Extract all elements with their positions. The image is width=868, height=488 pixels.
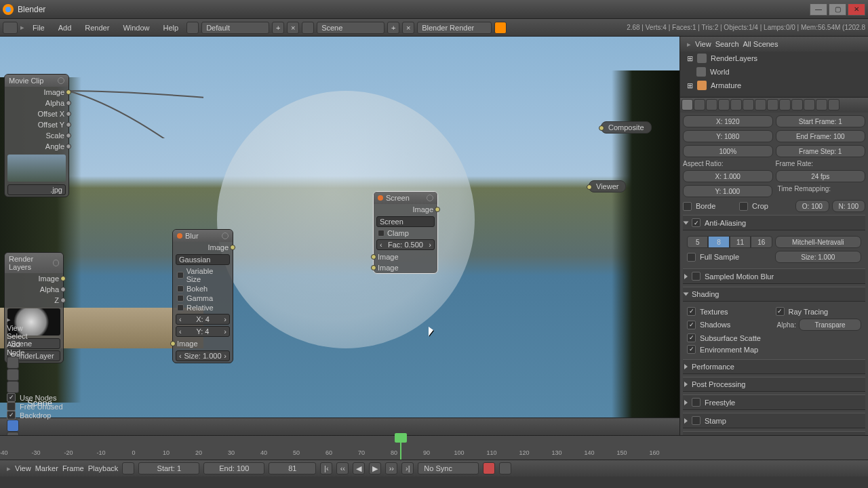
outliner-view[interactable]: View (695, 40, 711, 48)
output-socket[interactable] (435, 207, 440, 212)
blend-mode-dropdown[interactable]: Screen (376, 216, 435, 227)
shading-panel[interactable]: Shading (683, 287, 865, 302)
clamp-checkbox[interactable]: Clamp (374, 228, 437, 238)
object-tab-icon[interactable] (730, 99, 742, 110)
play-icon[interactable]: ▶ (369, 462, 381, 474)
output-socket[interactable] (60, 287, 66, 292)
record-icon[interactable] (483, 462, 495, 474)
render-tab-icon[interactable] (682, 99, 693, 110)
node-viewer[interactable]: Viewer (589, 180, 626, 192)
menu-add[interactable]: Add (53, 24, 77, 32)
node-blur[interactable]: Blur Image Gaussian Variable Size Bokeh … (172, 229, 233, 363)
timeline-ruler[interactable]: -40-30-20-100102030405060708090100110120… (0, 436, 868, 460)
input-socket[interactable] (371, 254, 376, 260)
current-frame-field[interactable]: 81 (269, 462, 316, 474)
stamp-panel[interactable]: Stamp (683, 413, 865, 428)
aa-size-field[interactable]: Size: 1.000 (775, 251, 862, 263)
input-socket[interactable] (170, 341, 176, 346)
modifiers-tab-icon[interactable] (755, 99, 766, 110)
output-socket[interactable] (66, 111, 71, 117)
material-tab-icon[interactable] (791, 99, 803, 110)
menu-node[interactable]: Node (7, 348, 63, 357)
outliner-item[interactable]: ⊞RenderLayers (680, 52, 868, 65)
backdrop-checkbox[interactable]: Backdrop (7, 411, 63, 420)
full-sample-checkbox[interactable]: Full Sample (687, 251, 772, 263)
constraints-tab-icon[interactable] (743, 99, 754, 110)
keying-set-icon[interactable] (499, 462, 511, 474)
free-unused-checkbox[interactable]: Free Unused (7, 402, 63, 411)
menu-select[interactable]: Select (7, 332, 63, 340)
aa-16-button[interactable]: 16 (751, 236, 772, 248)
texture-tab-icon[interactable] (804, 99, 815, 110)
aa-11-button[interactable]: 11 (730, 236, 751, 248)
material-tree-icon[interactable] (7, 357, 19, 369)
performance-panel[interactable]: Performance (683, 359, 865, 374)
shadows-checkbox[interactable]: Shadows (687, 319, 774, 331)
world-tab-icon[interactable] (718, 99, 730, 110)
clip-format-field[interactable]: .jpg (7, 184, 66, 195)
output-socket[interactable] (66, 144, 71, 149)
motion-blur-panel[interactable]: Sampled Motion Blur (683, 268, 865, 284)
blur-x-field[interactable]: ‹X: 4› (176, 314, 230, 325)
output-socket[interactable] (230, 245, 235, 250)
aa-filter-dropdown[interactable]: Mitchell-Netravali (775, 236, 862, 248)
texture-tree-icon[interactable] (7, 381, 19, 393)
input-socket[interactable] (599, 125, 604, 131)
start-frame-field[interactable]: Start Frame: 1 (776, 115, 866, 127)
output-socket[interactable] (60, 276, 66, 281)
menu-view[interactable]: View (15, 464, 31, 472)
data-tab-icon[interactable] (767, 99, 778, 110)
play-reverse-icon[interactable]: ◀ (353, 462, 365, 474)
alpha-mode-dropdown[interactable]: Transpare (799, 319, 861, 331)
collapse-icon[interactable] (427, 195, 433, 201)
physics-tab-icon[interactable] (828, 99, 840, 110)
particles-tab-icon[interactable] (816, 99, 827, 110)
add-scene-button[interactable]: + (387, 22, 399, 34)
output-socket[interactable] (60, 298, 66, 303)
menu-playback[interactable]: Playback (88, 464, 119, 472)
menu-marker[interactable]: Marker (35, 464, 58, 472)
menu-add[interactable]: Add (7, 340, 63, 348)
subsurface-checkbox[interactable]: Subsurface Scatte (687, 333, 861, 342)
post-processing-panel[interactable]: Post Processing (683, 377, 865, 392)
screen-layout-icon[interactable] (186, 22, 199, 34)
crop-checkbox[interactable]: Crop (739, 200, 793, 212)
auto-keyframe-icon[interactable] (122, 462, 134, 474)
add-layout-button[interactable]: + (272, 22, 284, 34)
aa-5-button[interactable]: 5 (687, 236, 708, 248)
remap-old-field[interactable]: O: 100 (795, 200, 829, 212)
output-socket[interactable] (66, 89, 71, 95)
outliner-item[interactable]: ⊞Armature (680, 79, 868, 92)
collapse-icon[interactable] (53, 260, 59, 266)
resolution-percent-field[interactable]: 100% (683, 145, 773, 157)
raytracing-checkbox[interactable]: Ray Tracing (776, 307, 862, 316)
render-engine-dropdown[interactable]: Blender Render (417, 22, 492, 34)
remap-new-field[interactable]: N: 100 (832, 200, 865, 212)
aspect-y-field[interactable]: Y: 1.000 (683, 185, 772, 197)
menu-help[interactable]: Help (158, 24, 184, 32)
border-checkbox[interactable]: Borde (683, 200, 736, 212)
aa-8-button[interactable]: 8 (708, 236, 729, 248)
keyframe-next-icon[interactable]: ›› (385, 462, 397, 474)
backdrop-channel-icon[interactable] (7, 432, 19, 435)
remove-scene-button[interactable]: × (402, 22, 414, 34)
output-panel[interactable]: Output (683, 431, 865, 435)
output-socket[interactable] (66, 133, 71, 138)
menu-frame[interactable]: Frame (62, 464, 84, 472)
fps-dropdown[interactable]: 24 fps (776, 170, 866, 182)
bone-tab-icon[interactable] (779, 99, 791, 110)
outliner-item[interactable]: World (680, 65, 868, 79)
fac-field[interactable]: ‹Fac: 0.500› (376, 239, 435, 250)
collapse-icon[interactable] (58, 77, 64, 84)
freestyle-panel[interactable]: Freestyle (683, 394, 865, 410)
gamma-checkbox[interactable]: Gamma (173, 293, 233, 303)
output-socket[interactable] (66, 100, 71, 106)
node-mix-screen[interactable]: Screen Image Screen Clamp ‹Fac: 0.500› I… (373, 191, 438, 274)
maximize-button[interactable]: ▢ (829, 3, 846, 16)
end-frame-field[interactable]: End: 100 (203, 462, 264, 474)
start-frame-field[interactable]: Start: 1 (138, 462, 199, 474)
scene-tab-icon[interactable] (706, 99, 717, 110)
keyframe-prev-icon[interactable]: ‹‹ (336, 462, 349, 474)
menu-view[interactable]: View (7, 324, 63, 332)
menu-window[interactable]: Window (117, 24, 155, 32)
